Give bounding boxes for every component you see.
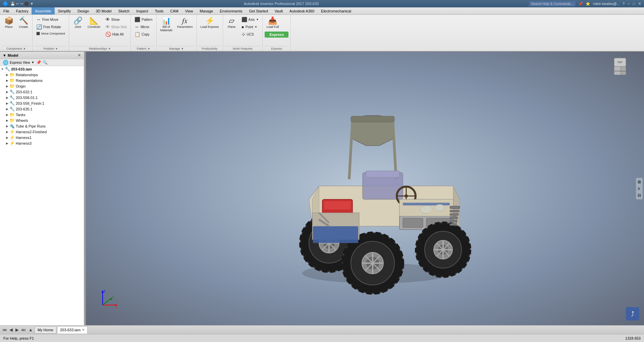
parameters-icon: 𝑓𝑥 [182, 17, 187, 25]
free-move-button[interactable]: ↔ Free Move [35, 16, 67, 23]
axis-button[interactable]: ⬛ Axis ▼ [240, 16, 261, 23]
tree-item-origin[interactable]: ▶ 📁 Origin [0, 83, 84, 89]
tree-item-harness3[interactable]: ▶ ⚡ Harness3 [0, 140, 84, 146]
view-search-icon[interactable]: 🔍 [43, 60, 48, 65]
label-tanks: Tanks [16, 113, 25, 117]
show-icon: 👁 [105, 17, 110, 22]
menu-electromech[interactable]: Electromechanical [318, 7, 355, 14]
menu-vault[interactable]: Vault [271, 7, 286, 14]
tab-nav-last[interactable]: ⏭ [20, 327, 27, 332]
tree-item-203-558-01-1[interactable]: ▶ 🔧 203-558-01:1 [0, 95, 84, 100]
pin-icon: 📌 [578, 2, 583, 6]
tree-item-tanks[interactable]: ▶ 📁 Tanks [0, 112, 84, 117]
svg-line-67 [103, 298, 111, 305]
tab-nav-prev[interactable]: ◀ [8, 327, 14, 332]
menu-factory[interactable]: Factory [13, 7, 32, 14]
model-panel-title[interactable]: ▼ Model [3, 53, 18, 57]
expander-harness1: ▶ [5, 136, 9, 139]
ucs-button[interactable]: ⊹ UCS [240, 31, 261, 38]
tree-item-harness2-finished[interactable]: ▶ ⚡ Harness2-Finished [0, 129, 84, 135]
label-203-635-1: 203-635:1 [16, 107, 33, 111]
viewport-tool-2[interactable]: ≡ [637, 186, 642, 192]
search-box[interactable]: Search Help & Commands... [529, 1, 576, 6]
menu-inspect[interactable]: Inspect [133, 7, 151, 14]
menu-a360[interactable]: Autodesk A360 [286, 7, 318, 14]
menu-3dmodel[interactable]: 3D Model [92, 7, 115, 14]
show-sick-button[interactable]: 👁 Show Sick [104, 23, 129, 30]
parameters-button[interactable]: 𝑓𝑥 Parameters [175, 16, 195, 30]
place-button[interactable]: 📦 Place [2, 16, 15, 30]
menu-simplify[interactable]: Simplify [55, 7, 74, 14]
pattern-button[interactable]: ⬛ Pattern [133, 16, 154, 23]
svg-rect-52 [450, 210, 459, 212]
mirror-button[interactable]: ↔ Mirror [133, 23, 154, 30]
menu-getstarted[interactable]: Get Started [246, 7, 271, 14]
hide-all-button[interactable]: 🚫 Hide All [104, 31, 129, 38]
copy-button[interactable]: 📋 Copy [133, 31, 154, 38]
position-dropdown-arrow: ▼ [55, 47, 58, 50]
tab-iam[interactable]: 203-633.iam ✕ [57, 326, 88, 334]
collaborate-button[interactable]: ⤴ [626, 307, 639, 321]
viewport-tool-3[interactable]: ⊟ [637, 192, 642, 198]
menu-tools[interactable]: Tools [152, 7, 167, 14]
panel-close-button[interactable]: ✕ [77, 53, 81, 58]
ribbon-group-productivity: ⚡ Load Express Productivity [197, 15, 223, 51]
menu-environments[interactable]: Environments [216, 7, 246, 14]
tab-nav-up[interactable]: ▲ [28, 327, 34, 332]
load-express-button[interactable]: ⚡ Load Express [199, 16, 221, 30]
tree-item-203-635-1[interactable]: ▶ 🔧 203-635:1 [0, 106, 84, 112]
restore-button[interactable]: □ [633, 1, 635, 6]
tree-item-representations[interactable]: ▶ 📁 Representations [0, 78, 84, 83]
relationships-group-label[interactable]: Relationships ▼ [71, 46, 128, 51]
tree-item-relationships[interactable]: ▶ 📁 Relationships [0, 72, 84, 78]
tree-item-wheels[interactable]: ▶ 📁 Wheels [0, 117, 84, 123]
svg-rect-54 [450, 217, 458, 219]
help-icon[interactable]: ? [623, 2, 625, 6]
show-button[interactable]: 👁 Show [104, 16, 129, 23]
load-full-button[interactable]: 📥 Load Full [265, 16, 280, 30]
label-203-558-01-1: 203-558-01:1 [16, 96, 38, 100]
menu-file[interactable]: File [0, 7, 13, 14]
point-button[interactable]: ● Point ▼ [240, 23, 261, 30]
close-button[interactable]: ✕ [638, 1, 641, 6]
manage-group-label[interactable]: Manage ▼ [159, 46, 195, 51]
plane-button[interactable]: ▱ Plane [225, 16, 238, 30]
icon-tube-pipe-runs: 🔩 [9, 124, 15, 129]
pattern-group-label[interactable]: Pattern ▼ [133, 46, 154, 51]
menu-manage[interactable]: Manage [196, 7, 216, 14]
3d-viewport[interactable]: TOP FRONT RIGHT [86, 52, 644, 325]
coordinate-axes: Z X Y [99, 288, 119, 308]
tree-items: ▶ 📁 Relationships ▶ 📁 Representations ▶ … [0, 72, 84, 146]
tree-root[interactable]: ▼ 🔧 203-633.iam [0, 66, 84, 72]
tab-my-home[interactable]: My Home [35, 326, 56, 334]
create-button[interactable]: 🔨 Create [17, 16, 30, 30]
constrain-button[interactable]: 📐 Constrain [86, 16, 102, 30]
tree-item-203-632-1[interactable]: ▶ 🔧 203-632:1 [0, 89, 84, 95]
express-active-button[interactable]: Express [265, 32, 288, 38]
ribbon-group-pattern: ⬛ Pattern ↔ Mirror 📋 Copy Pattern ▼ [131, 15, 156, 51]
tree-item-203-558-finish-1[interactable]: ▶ 🔧 203-558_Finish:1 [0, 100, 84, 106]
tab-nav-next[interactable]: ▶ [14, 327, 20, 332]
component-group-label[interactable]: Component ▼ [2, 46, 30, 51]
load-full-icon: 📥 [268, 17, 277, 25]
menu-design[interactable]: Design [74, 7, 92, 14]
viewcube[interactable]: TOP FRONT RIGHT [609, 56, 627, 74]
minimize-button[interactable]: ─ [627, 1, 630, 6]
tab-close-button[interactable]: ✕ [82, 328, 85, 332]
tab-nav-first[interactable]: ⏮ [1, 327, 8, 332]
position-group-label[interactable]: Position ▼ [35, 46, 67, 51]
tree-item-harness1[interactable]: ▶ ⚡ Harness1 [0, 135, 84, 140]
free-rotate-button[interactable]: 🔄 Free Rotate [35, 23, 67, 30]
tree-item-tube-pipe-runs[interactable]: ▶ 🔩 Tube & Pipe Runs [0, 123, 84, 129]
bill-of-materials-button[interactable]: 📊 Bill of Materials [159, 16, 174, 33]
bom-icon: 📊 [162, 17, 171, 25]
move-component-button[interactable]: ⬛ Move Component [35, 31, 67, 36]
view-dropdown-arrow[interactable]: ▼ [31, 61, 34, 64]
joint-button[interactable]: 🔗 Joint [71, 16, 85, 30]
menu-sketch[interactable]: Sketch [115, 7, 133, 14]
menu-cam[interactable]: CAM [167, 7, 181, 14]
menu-assemble[interactable]: Assemble [32, 7, 54, 14]
icon-harness3: ⚡ [9, 141, 15, 146]
menu-view[interactable]: View [182, 7, 197, 14]
viewport-tool-1[interactable]: ⊞ [637, 179, 642, 185]
